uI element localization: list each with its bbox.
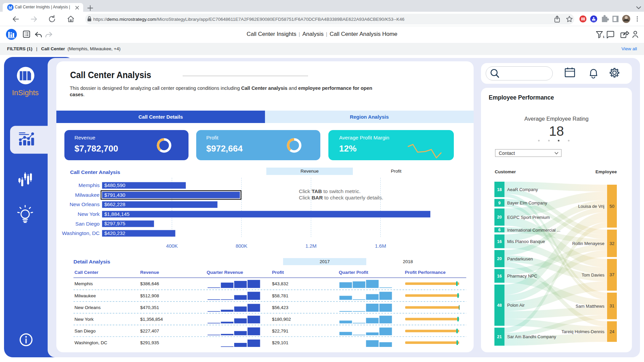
svg-text:18: 18 — [497, 187, 502, 192]
svg-text:9: 9 — [498, 201, 501, 205]
svg-text:$791,430: $791,430 — [104, 192, 125, 198]
svg-text:Milwaukee: Milwaukee — [75, 192, 100, 198]
svg-text:37: 37 — [609, 272, 614, 277]
svg-text:20: 20 — [497, 256, 502, 261]
svg-text:16: 16 — [497, 239, 502, 244]
svg-text:New York: New York — [78, 211, 100, 217]
svg-text:24: 24 — [609, 329, 614, 334]
svg-text:800K: 800K — [235, 243, 247, 249]
svg-text:Bayer Elm Company: Bayer Elm Company — [507, 200, 547, 205]
svg-text:Mis Planoo Banque: Mis Planoo Banque — [507, 239, 545, 244]
svg-text:$420,232: $420,232 — [104, 230, 125, 236]
svg-text:32: 32 — [609, 241, 614, 246]
svg-text:1.2M: 1.2M — [306, 243, 317, 249]
svg-text:EGPC Sport Premium: EGPC Sport Premium — [507, 215, 550, 220]
svg-text:16: 16 — [497, 274, 502, 279]
svg-text:International Commercial ...: International Commercial ... — [507, 228, 560, 233]
svg-text:Sam Matthews: Sam Matthews — [576, 304, 604, 309]
svg-text:21: 21 — [497, 335, 502, 339]
svg-text:Sar Am Bandhi Company: Sar Am Bandhi Company — [507, 334, 556, 339]
svg-text:48: 48 — [497, 303, 502, 308]
svg-text:Tareiq Holmes-Dennis: Tareiq Holmes-Dennis — [561, 329, 604, 334]
svg-text:Rollin Menayese: Rollin Menayese — [572, 241, 604, 246]
svg-text:1.6M: 1.6M — [375, 243, 386, 249]
svg-text:31: 31 — [609, 303, 614, 308]
svg-text:50: 50 — [609, 204, 614, 209]
svg-text:Tom Davies: Tom Davies — [582, 273, 604, 278]
svg-text:$662,228: $662,228 — [104, 201, 125, 207]
svg-text:1: 1 — [603, 35, 605, 39]
svg-text:6: 6 — [498, 228, 501, 232]
svg-text:Washington, DC: Washington, DC — [62, 230, 100, 236]
svg-text:Pharmacy NPC: Pharmacy NPC — [507, 274, 537, 279]
svg-text:$1,884,145: $1,884,145 — [104, 211, 129, 217]
svg-text:InSights: InSights — [12, 88, 39, 97]
svg-text:AeaR Company: AeaR Company — [507, 187, 538, 192]
svg-text:Memphis: Memphis — [78, 182, 100, 188]
svg-text:Louisa de Vrij: Louisa de Vrij — [578, 204, 604, 209]
svg-text:400K: 400K — [166, 243, 178, 249]
svg-text:Polon Air: Polon Air — [507, 303, 525, 308]
svg-text:New Orleans: New Orleans — [69, 201, 100, 207]
svg-text:$297,975: $297,975 — [104, 221, 125, 226]
svg-text:San Diego: San Diego — [75, 221, 100, 227]
svg-text:20: 20 — [497, 215, 502, 220]
svg-text:$480,590: $480,590 — [104, 182, 125, 188]
svg-text:Pandarkusen: Pandarkusen — [507, 256, 533, 261]
